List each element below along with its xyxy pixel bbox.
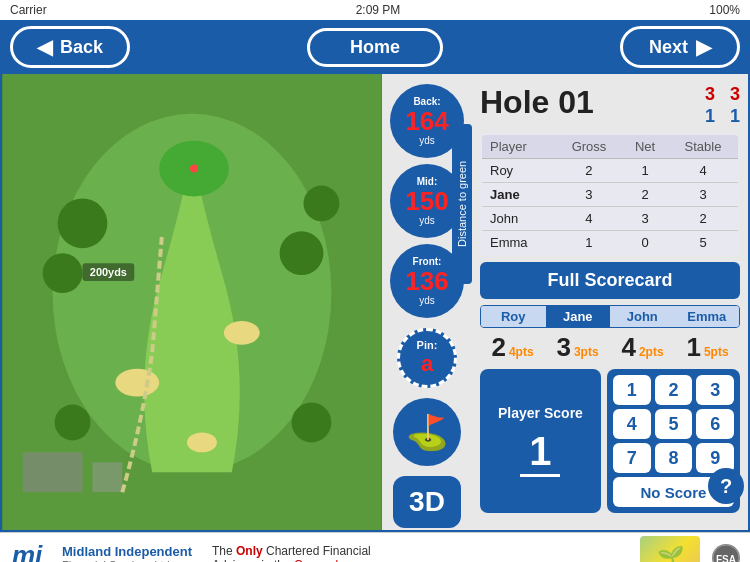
- john-gross: 4: [556, 207, 622, 231]
- back-button[interactable]: ◀ Back: [10, 26, 130, 68]
- table-row: John 4 3 2: [481, 207, 739, 231]
- status-bar: Carrier 2:09 PM 100%: [0, 0, 750, 20]
- tab-roy[interactable]: Roy: [481, 306, 546, 327]
- num-btn-3[interactable]: 3: [696, 375, 734, 405]
- info-section: Back: 164 yds Distance to green Mid: 150…: [382, 74, 748, 530]
- banner-text-block: Midland Independent Financial Services L…: [62, 544, 192, 562]
- distance-to-green-label: Distance to green: [452, 124, 472, 284]
- jane-net: 2: [622, 183, 668, 207]
- mid-value: 150: [405, 187, 448, 216]
- distance-column: Back: 164 yds Distance to green Mid: 150…: [382, 74, 472, 530]
- john-score: 4: [621, 332, 635, 363]
- svg-point-3: [224, 321, 260, 345]
- front-value: 136: [405, 267, 448, 296]
- pin-label: Pin:: [417, 339, 438, 351]
- 3d-button[interactable]: 3D: [393, 476, 461, 528]
- table-row: Emma 1 0 5: [481, 231, 739, 256]
- col-gross-header: Gross: [556, 134, 622, 159]
- player-name-jane: Jane: [481, 183, 556, 207]
- john-stable: 2: [668, 207, 739, 231]
- svg-point-11: [55, 405, 91, 441]
- full-scorecard-button[interactable]: Full Scorecard: [480, 262, 740, 299]
- table-row: Jane 3 2 3: [481, 183, 739, 207]
- score-panel: Hole 01 3 3 1 1 Player Gross Net Stable: [472, 74, 748, 530]
- num-btn-1[interactable]: 1: [613, 375, 651, 405]
- jane-gross: 3: [556, 183, 622, 207]
- svg-point-8: [43, 253, 83, 293]
- jane-stable: 3: [668, 183, 739, 207]
- svg-point-4: [187, 432, 217, 452]
- back-label: Back: [60, 37, 103, 58]
- next-button[interactable]: Next ▶: [620, 26, 740, 68]
- tab-john[interactable]: John: [610, 306, 675, 327]
- emma-net: 0: [622, 231, 668, 256]
- banner-highlight: Only: [236, 544, 263, 558]
- banner-location: Cannock: [294, 558, 341, 563]
- banner-plant-image: 🌱: [640, 536, 700, 563]
- banner-logo: mi: [10, 536, 50, 562]
- player-tabs: Roy Jane John Emma: [480, 305, 740, 328]
- roy-pts: 4pts: [509, 345, 534, 359]
- next-label: Next: [649, 37, 688, 58]
- emma-score: 1: [686, 332, 700, 363]
- pin-value: a: [421, 351, 433, 377]
- home-button[interactable]: Home: [307, 28, 443, 67]
- emma-stable: 5: [668, 231, 739, 256]
- flag-icon: ⛳: [406, 412, 448, 452]
- roy-score-entry: 2 4pts: [480, 332, 545, 363]
- hole-blue-number: 1 1: [705, 106, 740, 128]
- sponsor-banner: mi Midland Independent Financial Service…: [0, 532, 750, 562]
- john-score-entry: 4 2pts: [610, 332, 675, 363]
- player-name-emma: Emma: [481, 231, 556, 256]
- jane-score-entry: 3 3pts: [545, 332, 610, 363]
- emma-score-entry: 1 5pts: [675, 332, 740, 363]
- num-btn-6[interactable]: 6: [696, 409, 734, 439]
- main-content: 200yds Back: 164 yds Distance to green M…: [0, 74, 750, 532]
- col-player-header: Player: [481, 134, 556, 159]
- roy-score: 2: [491, 332, 505, 363]
- golf-course-map: 200yds: [2, 74, 382, 530]
- num-btn-7[interactable]: 7: [613, 443, 651, 473]
- tab-emma[interactable]: Emma: [675, 306, 740, 327]
- player-name-john: John: [481, 207, 556, 231]
- table-row: Roy 2 1 4: [481, 159, 739, 183]
- svg-text:FSA: FSA: [716, 554, 736, 563]
- num-btn-8[interactable]: 8: [655, 443, 693, 473]
- num-btn-4[interactable]: 4: [613, 409, 651, 439]
- bottom-row: Player Score 1 1 2 3 4 5 6 7 8 9 No Scor…: [480, 369, 740, 513]
- home-label: Home: [350, 37, 400, 57]
- col-net-header: Net: [622, 134, 668, 159]
- hole-header: Hole 01 3 3 1 1: [480, 84, 740, 127]
- jane-pts: 3pts: [574, 345, 599, 359]
- num-btn-2[interactable]: 2: [655, 375, 693, 405]
- jane-score: 3: [556, 332, 570, 363]
- back-value: 164: [405, 107, 448, 136]
- svg-point-12: [292, 403, 332, 443]
- num-btn-5[interactable]: 5: [655, 409, 693, 439]
- emma-pts: 5pts: [704, 345, 729, 359]
- tab-jane[interactable]: Jane: [546, 306, 611, 327]
- carrier-label: Carrier: [10, 3, 47, 17]
- hole-red-number: 3 3: [705, 84, 740, 106]
- svg-rect-13: [23, 452, 83, 492]
- svg-point-9: [280, 231, 324, 275]
- back-arrow-icon: ◀: [37, 35, 52, 59]
- signal-label: 100%: [709, 3, 740, 17]
- pin-bubble: Pin: a: [397, 328, 457, 388]
- flag-bubble[interactable]: ⛳: [393, 398, 461, 466]
- mid-unit: yds: [419, 215, 435, 226]
- roy-stable: 4: [668, 159, 739, 183]
- score-table: Player Gross Net Stable Roy 2 1 4 Jane: [480, 133, 740, 256]
- banner-badge: FSA: [712, 544, 740, 563]
- player-score-label: Player Score: [498, 405, 583, 421]
- help-button[interactable]: ?: [708, 468, 744, 504]
- john-pts: 2pts: [639, 345, 664, 359]
- app-header: ◀ Back Home Next ▶: [0, 20, 750, 74]
- player-name-roy: Roy: [481, 159, 556, 183]
- roy-net: 1: [622, 159, 668, 183]
- hole-title: Hole 01: [480, 84, 594, 121]
- score-row: 2 4pts 3 3pts 4 2pts 1 5pts: [480, 332, 740, 363]
- map-section: 200yds: [2, 74, 382, 530]
- time-label: 2:09 PM: [356, 3, 401, 17]
- svg-text:200yds: 200yds: [90, 266, 127, 278]
